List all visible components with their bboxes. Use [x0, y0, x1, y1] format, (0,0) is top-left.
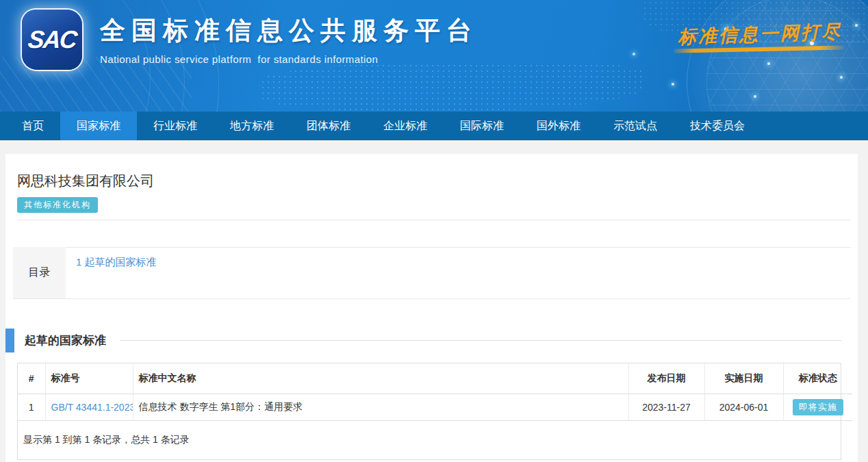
table-header-row: # 标准号 标准中文名称 发布日期 实施日期 标准状态 [18, 363, 852, 394]
site-subtitle: National public service platform for sta… [100, 53, 478, 65]
cell-publish-date: 2023-11-27 [628, 394, 704, 421]
divider [17, 220, 851, 220]
decor-dot-map [260, 63, 643, 111]
nav-item-national-standards[interactable]: 国家标准 [60, 112, 137, 140]
standards-table-panel: # 标准号 标准中文名称 发布日期 实施日期 标准状态 1 GB/T 43441… [17, 363, 841, 460]
col-header-index: # [18, 363, 45, 394]
decor-sparks [0, 0, 1, 1]
section-header: 起草的国家标准 [5, 329, 858, 352]
organization-type-badge: 其他标准化机构 [17, 197, 98, 213]
section-rule [120, 340, 841, 341]
pagination-summary: 显示第 1 到第 1 条记录，总共 1 条记录 [18, 421, 841, 459]
nav-item-foreign-standards[interactable]: 国外标准 [520, 112, 597, 140]
section-title: 起草的国家标准 [25, 333, 106, 348]
cell-implement-date: 2024-06-01 [704, 394, 783, 421]
col-header-publish-date: 发布日期 [628, 363, 704, 394]
content-container: 网思科技集团有限公司 其他标准化机构 目录 1 起草的国家标准 起草的国家标准 … [5, 154, 858, 462]
section-marker [5, 329, 14, 352]
nav-item-industry-standards[interactable]: 行业标准 [137, 112, 214, 140]
standards-table: # 标准号 标准中文名称 发布日期 实施日期 标准状态 1 GB/T 43441… [18, 363, 852, 421]
cell-standard-name: 信息技术 数字孪生 第1部分：通用要求 [133, 394, 628, 421]
site-title: 全国标准信息公共服务平台 [100, 14, 478, 48]
sac-logo-text: SAC [27, 25, 77, 54]
table-row: 1 GB/T 43441.1-2023 信息技术 数字孪生 第1部分：通用要求 … [18, 394, 852, 421]
organization-name: 网思科技集团有限公司 [17, 172, 858, 190]
catalog-label: 目录 [13, 247, 66, 298]
nav-item-international-standards[interactable]: 国际标准 [444, 112, 520, 140]
sac-logo[interactable]: SAC [22, 10, 82, 70]
main-nav: 首页 国家标准 行业标准 地方标准 团体标准 企业标准 国际标准 国外标准 示范… [0, 112, 868, 140]
site-header: SAC 全国标准信息公共服务平台 National public service… [0, 0, 868, 112]
cell-index: 1 [18, 394, 45, 421]
col-header-standard-name: 标准中文名称 [133, 363, 628, 394]
col-header-implement-date: 实施日期 [704, 363, 783, 394]
globe-graphic [687, 0, 868, 112]
catalog-link-drafted-standards[interactable]: 1 起草的国家标准 [76, 256, 157, 268]
cell-standard-code: GB/T 43441.1-2023 [45, 394, 133, 421]
col-header-status: 标准状态 [783, 363, 852, 394]
site-title-block: 全国标准信息公共服务平台 National public service pla… [100, 14, 478, 65]
col-header-standard-code: 标准号 [45, 363, 133, 394]
catalog-panel: 目录 1 起草的国家标准 [13, 247, 851, 299]
nav-item-enterprise-standards[interactable]: 企业标准 [367, 112, 444, 140]
status-badge: 即将实施 [793, 399, 843, 415]
nav-item-home[interactable]: 首页 [5, 112, 60, 140]
nav-item-local-standards[interactable]: 地方标准 [214, 112, 290, 140]
standard-code-link[interactable]: GB/T 43441.1-2023 [51, 402, 133, 413]
nav-item-pilot-programs[interactable]: 示范试点 [597, 112, 674, 140]
cell-status: 即将实施 [783, 394, 852, 421]
nav-item-group-standards[interactable]: 团体标准 [290, 112, 367, 140]
catalog-body: 1 起草的国家标准 [66, 247, 851, 298]
nav-item-technical-committees[interactable]: 技术委员会 [674, 112, 761, 140]
